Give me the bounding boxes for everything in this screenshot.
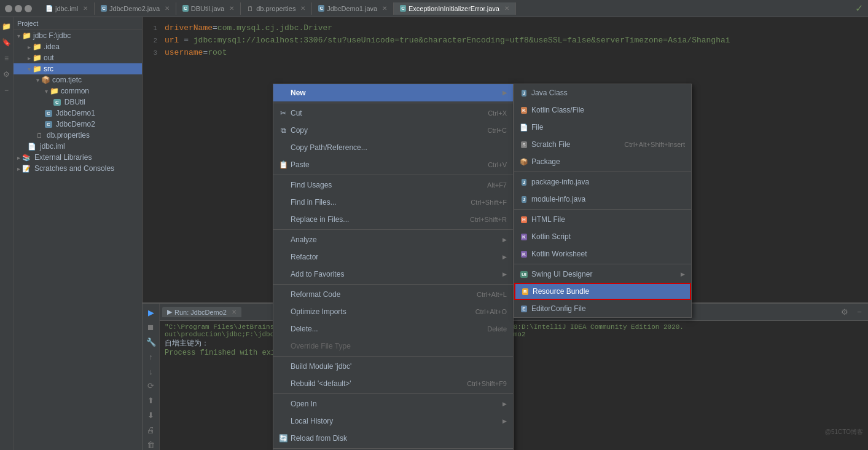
menu-item-reload-from-disk[interactable]: 🔄 Reload from Disk <box>273 430 513 447</box>
tab-jdbc-iml[interactable]: 📄 jdbc.iml ✕ <box>39 2 95 15</box>
submenu-item-package-info[interactable]: J package-info.java <box>514 173 691 191</box>
tab-exception[interactable]: C ExceptionInInitializerError.java ✕ <box>394 2 516 15</box>
submenu-item-package[interactable]: 📦 Package <box>514 153 691 170</box>
tab-jdbc-iml-close[interactable]: ✕ <box>83 5 88 12</box>
title-bar: 📄 jdbc.iml ✕ C JdbcDemo2.java ✕ C DBUtil… <box>0 0 868 17</box>
run-sidebar: ▶ ⏹ 🔧 ↑ ↓ ⟳ ⬆ ⬇ 🖨 🗑 <box>143 304 160 450</box>
menu-label-open-in: Open In <box>291 398 502 410</box>
submenu-item-kotlin-script[interactable]: K Kotlin Script <box>514 228 691 245</box>
menu-item-optimize-imports[interactable]: Optimize Imports Ctrl+Alt+O <box>273 303 513 320</box>
tab-dbutil-close[interactable]: ✕ <box>229 5 234 12</box>
run-sort-icon-1[interactable]: ⬆ <box>145 395 157 406</box>
run-tab-icon: ▶ <box>167 308 172 316</box>
menu-label-copy: Copy <box>291 124 475 136</box>
tab-dbproperties[interactable]: 🗒 db.properties ✕ <box>241 2 312 15</box>
menu-item-cut[interactable]: ✂ Cut Ctrl+X <box>273 105 513 122</box>
run-play-icon[interactable]: ▶ <box>145 307 157 318</box>
watermark: @51CTO博客 <box>825 428 863 436</box>
tab-dbproperties-close[interactable]: ✕ <box>300 5 305 12</box>
tree-item-src[interactable]: ▾ 📁 src <box>14 63 142 74</box>
run-wrap-icon[interactable]: ⟳ <box>145 381 157 392</box>
tree-label-jdbcdemo2: JdbcDemo2 <box>56 120 95 128</box>
menu-item-find-usages[interactable]: Find Usages Alt+F7 <box>273 176 513 194</box>
tree-item-idea[interactable]: ▸ 📁 .idea <box>14 41 142 52</box>
run-tool-icon-1[interactable]: 🔧 <box>145 337 157 348</box>
expand-arrow-scratches: ▸ <box>17 165 20 172</box>
cut-shortcut: Ctrl+X <box>488 107 507 119</box>
run-tab-close[interactable]: ✕ <box>232 309 237 315</box>
submenu-item-scratch-file[interactable]: S Scratch File Ctrl+Alt+Shift+Insert <box>514 136 691 153</box>
tree-item-out[interactable]: ▸ 📁 out <box>14 52 142 63</box>
tab-exception-close[interactable]: ✕ <box>504 5 509 12</box>
tree-item-common[interactable]: ▾ 📁 common <box>14 85 142 97</box>
submenu-label-package: Package <box>531 156 560 168</box>
submenu-item-swing-ui[interactable]: UI Swing UI Designer <box>514 266 691 283</box>
tool-icon-2[interactable]: 🔖 <box>1 37 12 48</box>
menu-item-open-in[interactable]: Open In <box>273 395 513 412</box>
submenu-item-kotlin-worksheet[interactable]: K Kotlin Worksheet <box>514 245 691 262</box>
submenu-item-kotlin-class[interactable]: K Kotlin Class/File <box>514 101 691 119</box>
run-stop-icon[interactable]: ⏹ <box>145 322 157 333</box>
tab-jdbcdemo2-close[interactable]: ✕ <box>165 5 170 12</box>
submenu-item-java-class[interactable]: J Java Class <box>514 84 691 101</box>
menu-item-local-history[interactable]: Local History <box>273 412 513 430</box>
tool-icon-5[interactable]: − <box>1 85 12 96</box>
jdbcdemo2-icon: C <box>101 5 107 12</box>
run-up-icon[interactable]: ↑ <box>145 351 157 362</box>
menu-label-replace-in-files: Replace in Files... <box>291 213 458 226</box>
menu-item-add-to-favorites[interactable]: Add to Favorites <box>273 266 513 283</box>
menu-item-paste[interactable]: 📋 Paste Ctrl+V <box>273 156 513 173</box>
tree-item-external-libs[interactable]: ▸ 📚 External Libraries <box>14 152 142 163</box>
panel-settings-icon[interactable]: ⚙ <box>839 306 851 318</box>
tree-item-jdbcdemo1[interactable]: C JdbcDemo1 <box>14 108 142 119</box>
tab-dbutil[interactable]: C DBUtil.java ✕ <box>176 2 241 15</box>
tool-icon-4[interactable]: ⚙ <box>1 69 12 80</box>
submenu-label-resource-bundle: Resource Bundle <box>533 285 589 298</box>
submenu-label-html-file: HTML File <box>531 213 565 226</box>
menu-item-new[interactable]: New <box>273 84 513 101</box>
panel-minimize-icon[interactable]: − <box>853 306 866 318</box>
tree-item-jdbcdemo2[interactable]: C JdbcDemo2 <box>14 119 142 130</box>
menu-item-replace-in-files[interactable]: Replace in Files... Ctrl+Shift+R <box>273 211 513 228</box>
tool-icon-3[interactable]: ≡ <box>1 53 12 64</box>
menu-item-reformat-code[interactable]: Reformat Code Ctrl+Alt+L <box>273 286 513 303</box>
tree-item-jdbc-iml[interactable]: 📄 jdbc.iml <box>14 141 142 152</box>
tool-icon-1[interactable]: 📁 <box>1 21 12 32</box>
tree-label-ext-libs: External Libraries <box>34 153 92 162</box>
run-print-icon[interactable]: 🖨 <box>145 424 157 435</box>
dbproperties-icon: 🗒 <box>247 5 254 12</box>
submenu-item-module-info[interactable]: J module-info.java <box>514 191 691 208</box>
run-sort-icon-2[interactable]: ⬇ <box>145 410 157 421</box>
swing-ui-icon: UI <box>519 267 529 281</box>
bottom-tab-run[interactable]: ▶ Run: JdbcDemo2 ✕ <box>162 307 241 317</box>
menu-item-analyze[interactable]: Analyze <box>273 231 513 248</box>
tree-item-dbutil[interactable]: C DBUtil <box>14 97 142 108</box>
run-down-icon[interactable]: ↓ <box>145 366 157 377</box>
menu-item-copy-path[interactable]: Copy Path/Reference... <box>273 139 513 156</box>
tree-item-jdbc[interactable]: ▾ 📁 jdbc F:\jdbc <box>14 30 142 41</box>
submenu-item-html-file[interactable]: H HTML File <box>514 211 691 228</box>
copy-icon: ⧉ <box>278 124 288 136</box>
tab-jdbcdemo2[interactable]: C JdbcDemo2.java ✕ <box>95 2 176 15</box>
tree-item-com-tjetc[interactable]: ▾ 📦 com.tjetc <box>14 74 142 85</box>
gutter-checkmark: ✓ <box>855 2 863 14</box>
submenu-label-file: File <box>531 121 543 133</box>
tree-item-dbproperties[interactable]: 🗒 db.properties <box>14 130 142 141</box>
tree-item-scratches[interactable]: ▸ 📝 Scratches and Consoles <box>14 163 142 174</box>
tab-jdbcdemo1[interactable]: C JdbcDemo1.java ✕ <box>312 2 394 15</box>
code-text-3: username=root <box>165 47 227 59</box>
menu-item-delete[interactable]: Delete... Delete <box>273 320 513 338</box>
menu-item-refactor[interactable]: Refactor <box>273 248 513 266</box>
tree-label-idea: .idea <box>44 42 60 51</box>
menu-item-find-in-files[interactable]: Find in Files... Ctrl+Shift+F <box>273 194 513 211</box>
expand-arrow-out: ▸ <box>28 55 31 61</box>
tab-jdbcdemo1-close[interactable]: ✕ <box>382 5 387 12</box>
menu-item-build-module[interactable]: Build Module 'jdbc' <box>273 358 513 375</box>
tree-label-com-tjetc: com.tjetc <box>52 76 82 84</box>
submenu-item-editor-config[interactable]: E EditorConfig File <box>514 300 691 317</box>
submenu-item-file[interactable]: 📄 File <box>514 119 691 136</box>
menu-item-copy[interactable]: ⧉ Copy Ctrl+C <box>273 122 513 139</box>
run-trash-icon[interactable]: 🗑 <box>145 439 157 450</box>
menu-item-rebuild[interactable]: Rebuild '<default>' Ctrl+Shift+F9 <box>273 375 513 392</box>
submenu-item-resource-bundle[interactable]: R Resource Bundle <box>514 283 691 300</box>
